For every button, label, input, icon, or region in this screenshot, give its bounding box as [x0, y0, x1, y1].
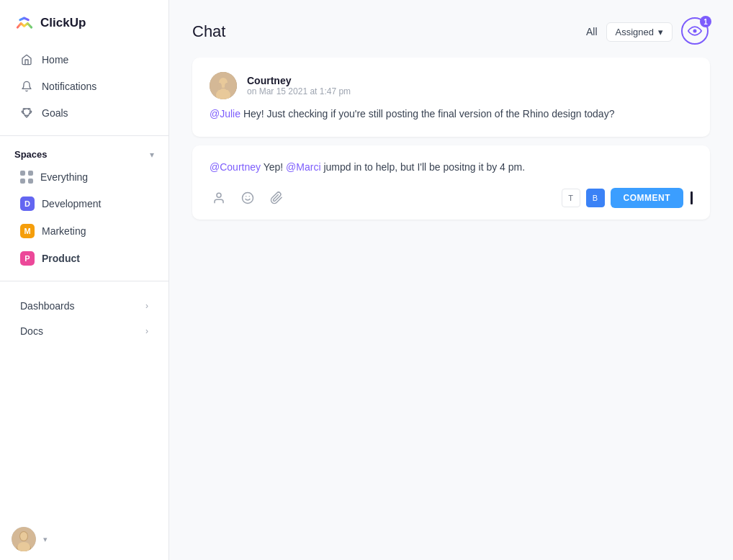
development-badge: D [20, 197, 35, 211]
reply-tools-left [210, 189, 286, 207]
reply-card: @Courtney Yep! @Marci jumpd in to help, … [192, 145, 710, 220]
svg-point-5 [20, 532, 27, 541]
courtney-avatar [210, 72, 237, 99]
trophy-icon [20, 107, 33, 119]
sidebar-divider-2 [0, 281, 168, 281]
notification-eye-button[interactable]: 1 [681, 17, 710, 46]
sidebar-item-docs[interactable]: Docs › [6, 319, 163, 343]
assigned-label: Assigned [616, 27, 654, 37]
reply-body: @Courtney Yep! @Marci jumpd in to help, … [210, 160, 693, 176]
message-text-1: Hey! Just checking if you're still posti… [240, 108, 614, 119]
spaces-header[interactable]: Spaces ▾ [0, 142, 168, 164]
home-icon [20, 53, 33, 66]
app-name: ClickUp [40, 16, 86, 30]
docs-label: Docs [20, 325, 43, 337]
header-right: All Assigned ▾ 1 [586, 17, 710, 46]
dashboards-chevron-icon: › [145, 301, 148, 311]
reply-mention-2: @Marci [286, 161, 320, 173]
development-label: Development [42, 198, 102, 209]
message-time-1: on Mar 15 2021 at 1:47 pm [247, 86, 351, 96]
marketing-label: Marketing [42, 225, 86, 237]
sidebar-home-label: Home [42, 54, 68, 66]
user-menu-chevron-icon: ▾ [43, 535, 48, 544]
product-badge: P [20, 251, 35, 266]
sidebar-item-development[interactable]: D Development [6, 191, 163, 217]
spaces-title: Spaces [14, 149, 48, 160]
avatar-image [12, 527, 36, 551]
reply-mention-1: @Courtney [210, 161, 261, 173]
svg-point-14 [243, 193, 253, 204]
everything-label: Everything [40, 171, 88, 183]
main-header: Chat All Assigned ▾ 1 [169, 0, 733, 58]
main-content: Chat All Assigned ▾ 1 [169, 0, 733, 560]
sidebar-notifications-label: Notifications [42, 81, 96, 92]
text-style-button[interactable]: T [562, 189, 580, 207]
bell-icon [20, 80, 33, 93]
reply-toolbar: T B COMMENT [210, 188, 693, 208]
logo[interactable]: ClickUp [0, 0, 168, 43]
comment-button[interactable]: COMMENT [611, 188, 684, 208]
sidebar-nav: Home Notifications [0, 43, 168, 130]
sidebar-goals-label: Goals [42, 107, 68, 119]
sidebar-divider [0, 135, 168, 136]
assigned-chevron-icon: ▾ [658, 27, 663, 37]
message-header-1: Courtney on Mar 15 2021 at 1:47 pm [210, 72, 693, 99]
message-card-1: Courtney on Mar 15 2021 at 1:47 pm @Juli… [192, 58, 710, 137]
cursor-indicator [691, 191, 693, 204]
sidebar-expandables: Dashboards › Docs › [0, 293, 168, 344]
notification-badge: 1 [700, 16, 711, 27]
sidebar-item-notifications[interactable]: Notifications [6, 73, 163, 99]
message-mention-1: @Julie [210, 108, 240, 119]
svg-point-13 [217, 194, 221, 198]
dashboards-label: Dashboards [20, 300, 75, 312]
avatar [12, 527, 36, 551]
filter-all-button[interactable]: All [586, 26, 598, 37]
svg-point-11 [217, 83, 222, 90]
reply-text-1: Yep! [261, 161, 286, 173]
emoji-icon[interactable] [238, 189, 257, 207]
spaces-chevron-icon: ▾ [150, 150, 154, 160]
user-avatar-area[interactable]: ▾ [0, 518, 168, 560]
sidebar-item-goals[interactable]: Goals [6, 100, 163, 126]
user-icon[interactable] [210, 189, 228, 207]
sidebar-item-product[interactable]: P Product [6, 245, 163, 271]
sidebar-item-dashboards[interactable]: Dashboards › [6, 294, 163, 318]
reply-tools-right: T B COMMENT [562, 188, 693, 208]
sidebar-item-home[interactable]: Home [6, 47, 163, 73]
bold-button[interactable]: B [586, 189, 605, 207]
filter-assigned-button[interactable]: Assigned ▾ [606, 22, 673, 42]
svg-point-12 [225, 83, 229, 90]
page-title: Chat [192, 22, 225, 41]
sidebar: ClickUp Home Notifications [0, 0, 169, 560]
reply-text-2: jumpd in to help, but I'll be positng it… [321, 161, 526, 173]
clickup-logo-icon [14, 13, 35, 33]
marketing-badge: M [20, 224, 35, 238]
product-label: Product [42, 253, 80, 264]
message-meta-1: Courtney on Mar 15 2021 at 1:47 pm [247, 75, 351, 96]
everything-grid-icon [20, 171, 33, 184]
sidebar-item-everything[interactable]: Everything [6, 165, 163, 189]
message-author-1: Courtney [247, 75, 351, 86]
attachment-icon[interactable] [267, 189, 286, 207]
sidebar-item-marketing[interactable]: M Marketing [6, 218, 163, 244]
docs-chevron-icon: › [145, 326, 148, 336]
message-body-1: @Julie Hey! Just checking if you're stil… [210, 107, 693, 122]
chat-content: Courtney on Mar 15 2021 at 1:47 pm @Juli… [169, 58, 733, 560]
svg-point-7 [693, 30, 697, 33]
